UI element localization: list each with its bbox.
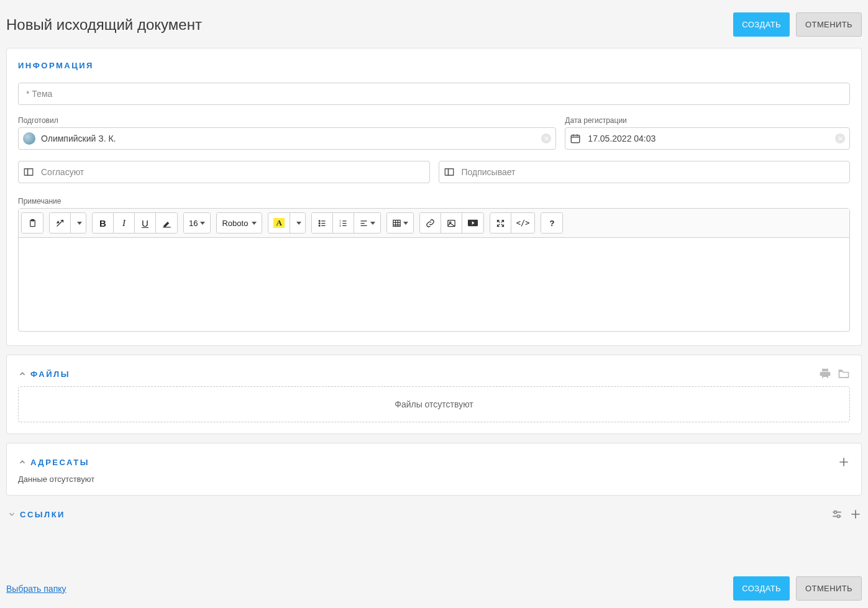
prepared-by-input[interactable] <box>18 127 556 150</box>
page-title: Новый исходящий документ <box>6 16 202 34</box>
svg-point-13 <box>834 511 836 514</box>
links-section: ССЫЛКИ <box>6 504 862 524</box>
rich-text-editor: B I U 16 Roboto A <box>18 208 850 332</box>
cancel-button[interactable]: ОТМЕНИТЬ <box>796 12 862 37</box>
calendar-icon <box>570 133 581 144</box>
files-dropzone[interactable]: Файлы отсутствуют <box>18 386 850 422</box>
approvers-input[interactable] <box>18 161 430 183</box>
create-button[interactable]: СОЗДАТЬ <box>733 12 790 37</box>
print-icon[interactable] <box>819 368 831 380</box>
page-header: Новый исходящий документ СОЗДАТЬ ОТМЕНИТ… <box>0 0 868 48</box>
signer-input[interactable] <box>439 161 851 183</box>
rte-table-dropdown[interactable] <box>387 213 413 233</box>
information-card: ИНФОРМАЦИЯ Подготовил ✕ Дата регистрации… <box>6 48 862 346</box>
rte-magic-dropdown[interactable] <box>71 213 86 233</box>
rte-font-color-glyph: A <box>273 218 284 228</box>
subject-input[interactable] <box>18 83 850 105</box>
section-title-recipients[interactable]: АДРЕСАТЫ <box>18 458 89 467</box>
rte-ul-button[interactable] <box>312 213 333 233</box>
create-button-footer[interactable]: СОЗДАТЬ <box>733 576 790 601</box>
users-icon <box>23 166 34 178</box>
svg-rect-9 <box>393 220 400 226</box>
rte-help-button[interactable]: ? <box>541 213 562 233</box>
svg-rect-0 <box>572 135 580 143</box>
rte-link-button[interactable] <box>420 213 441 233</box>
clear-icon[interactable]: ✕ <box>541 134 551 143</box>
rte-font-size-value: 16 <box>189 219 198 228</box>
add-icon[interactable] <box>849 508 862 520</box>
svg-point-4 <box>319 222 320 224</box>
rte-fullscreen-button[interactable] <box>490 213 511 233</box>
recipients-card: АДРЕСАТЫ Данные отсутствуют <box>6 443 862 496</box>
rte-video-button[interactable] <box>462 213 483 233</box>
add-icon[interactable] <box>838 456 850 468</box>
chevron-down-icon <box>7 510 16 519</box>
svg-point-14 <box>837 515 839 517</box>
registration-date-label: Дата регистрации <box>565 116 850 125</box>
rte-bold-button[interactable]: B <box>93 213 114 233</box>
rte-underline-button[interactable]: U <box>135 213 156 233</box>
section-title-files[interactable]: ФАЙЛЫ <box>18 370 70 379</box>
registration-date-input[interactable] <box>565 127 850 150</box>
rte-paste-button[interactable] <box>22 213 43 233</box>
users-icon <box>444 166 455 178</box>
files-card: ФАЙЛЫ Файлы отсутствуют <box>6 355 862 434</box>
choose-folder-link[interactable]: Выбрать папку <box>6 584 66 594</box>
rte-italic-button[interactable]: I <box>114 213 135 233</box>
footer-actions: СОЗДАТЬ ОТМЕНИТЬ <box>733 576 862 601</box>
folder-icon[interactable] <box>838 368 850 380</box>
rte-font-color-button[interactable]: A <box>268 213 290 233</box>
note-label: Примечание <box>18 197 850 206</box>
svg-point-5 <box>319 225 320 226</box>
rte-codeview-button[interactable]: </> <box>511 213 535 233</box>
recipients-empty-text: Данные отсутствуют <box>18 474 850 484</box>
prepared-by-label: Подготовил <box>18 116 556 125</box>
chevron-up-icon <box>18 370 27 378</box>
rte-toolbar: B I U 16 Roboto A <box>19 209 849 238</box>
avatar <box>23 132 35 145</box>
rte-font-size-dropdown[interactable]: 16 <box>184 213 210 233</box>
rte-font-family-value: Roboto <box>222 219 248 228</box>
rte-image-button[interactable] <box>441 213 462 233</box>
note-textarea[interactable] <box>19 238 849 331</box>
section-title-information: ИНФОРМАЦИЯ <box>18 61 94 70</box>
rte-font-color-dropdown[interactable] <box>290 213 305 233</box>
rte-clear-format-button[interactable] <box>156 213 177 233</box>
svg-text:3: 3 <box>339 224 341 227</box>
chevron-up-icon <box>18 458 27 466</box>
svg-point-3 <box>319 220 320 221</box>
cancel-button-footer[interactable]: ОТМЕНИТЬ <box>796 576 862 601</box>
files-empty-text: Файлы отсутствуют <box>395 399 473 409</box>
section-title-links[interactable]: ССЫЛКИ <box>7 510 65 519</box>
header-actions: СОЗДАТЬ ОТМЕНИТЬ <box>733 12 862 37</box>
rte-magic-button[interactable] <box>50 213 71 233</box>
settings-icon[interactable] <box>831 508 843 520</box>
bottom-bar: Выбрать папку СОЗДАТЬ ОТМЕНИТЬ <box>0 570 868 608</box>
rte-font-family-dropdown[interactable]: Roboto <box>217 213 262 233</box>
rte-align-dropdown[interactable] <box>354 213 380 233</box>
rte-ol-button[interactable]: 123 <box>333 213 354 233</box>
clear-icon[interactable]: ✕ <box>835 134 845 143</box>
